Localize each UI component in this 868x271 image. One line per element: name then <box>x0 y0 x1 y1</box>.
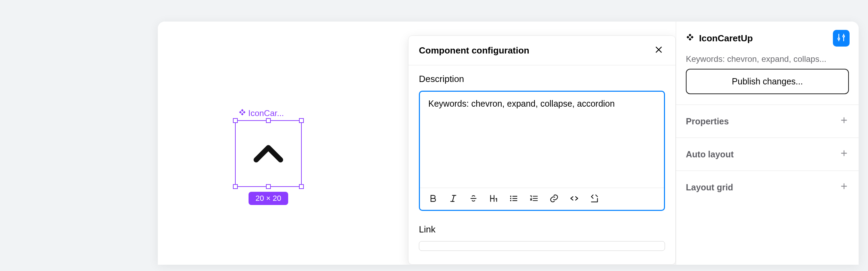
ordered-list-button[interactable] <box>527 192 541 206</box>
app-window: IconCar... 20 × 20 Compone <box>158 22 859 265</box>
inspector-keywords-preview: Keywords: chevron, expand, collaps... <box>686 54 849 64</box>
code-button[interactable] <box>567 192 581 206</box>
section-label: Layout grid <box>686 182 733 192</box>
section-properties[interactable]: Properties <box>676 105 859 138</box>
link-label: Link <box>419 224 665 235</box>
resize-handle[interactable] <box>299 184 304 189</box>
list-ol-icon <box>529 193 539 205</box>
plus-icon <box>839 181 849 193</box>
description-label: Description <box>419 74 665 84</box>
svg-point-2 <box>510 200 511 201</box>
component-config-panel: Component configuration Description Keyw… <box>408 35 676 265</box>
italic-button[interactable] <box>446 192 460 206</box>
close-button[interactable] <box>652 44 665 57</box>
link-input[interactable] <box>419 241 665 251</box>
inspector-panel: IconCaretUp Keywords: chevron, expand, c… <box>676 22 859 265</box>
resize-handle[interactable] <box>233 184 238 189</box>
description-editor: Keywords: chevron, expand, collapse, acc… <box>419 91 665 211</box>
component-icon <box>238 108 246 118</box>
bold-icon <box>428 193 438 205</box>
code-block-icon <box>589 193 600 205</box>
heading-button[interactable] <box>487 192 501 206</box>
code-block-button[interactable] <box>587 192 601 206</box>
section-label: Properties <box>686 116 729 126</box>
section-label: Auto layout <box>686 149 734 159</box>
caret-up-icon <box>248 132 289 175</box>
canvas-component-label[interactable]: IconCar... <box>235 108 302 118</box>
config-panel-title: Component configuration <box>419 45 529 56</box>
component-icon <box>686 33 694 44</box>
config-panel-header: Component configuration <box>408 36 675 65</box>
inspector-title: IconCaretUp <box>686 33 753 44</box>
italic-icon <box>448 193 459 205</box>
resize-handle[interactable] <box>233 118 238 123</box>
unordered-list-button[interactable] <box>507 192 521 206</box>
config-panel-body: Description Keywords: chevron, expand, c… <box>408 65 675 259</box>
canvas-area[interactable]: IconCar... 20 × 20 <box>158 22 408 265</box>
list-ul-icon <box>509 193 519 205</box>
description-textarea[interactable]: Keywords: chevron, expand, collapse, acc… <box>420 92 664 186</box>
strikethrough-button[interactable] <box>467 192 480 206</box>
code-icon <box>569 193 579 205</box>
heading-icon <box>488 193 499 205</box>
plus-icon <box>839 115 849 127</box>
canvas-component-name: IconCar... <box>248 108 284 118</box>
bold-button[interactable] <box>426 192 440 206</box>
publish-changes-button[interactable]: Publish changes... <box>686 69 849 94</box>
resize-handle[interactable] <box>266 118 271 123</box>
inspector-header: IconCaretUp Keywords: chevron, expand, c… <box>676 22 859 69</box>
resize-handle[interactable] <box>299 118 304 123</box>
selection-dimensions-pill: 20 × 20 <box>249 192 288 205</box>
link-icon <box>549 193 559 205</box>
component-settings-button[interactable] <box>833 30 850 47</box>
link-button[interactable] <box>547 192 561 206</box>
selection-frame[interactable] <box>235 120 302 187</box>
editor-toolbar <box>420 188 664 210</box>
inspector-component-name: IconCaretUp <box>699 33 753 44</box>
section-layout-grid[interactable]: Layout grid <box>676 171 859 204</box>
resize-handle[interactable] <box>266 184 271 189</box>
svg-point-1 <box>510 198 511 199</box>
plus-icon <box>839 148 849 160</box>
section-auto-layout[interactable]: Auto layout <box>676 138 859 171</box>
svg-point-0 <box>510 195 511 197</box>
canvas-selection[interactable]: IconCar... 20 × 20 <box>235 108 302 205</box>
close-icon <box>654 45 664 56</box>
strikethrough-icon <box>468 193 479 205</box>
adjustments-icon <box>836 33 846 44</box>
